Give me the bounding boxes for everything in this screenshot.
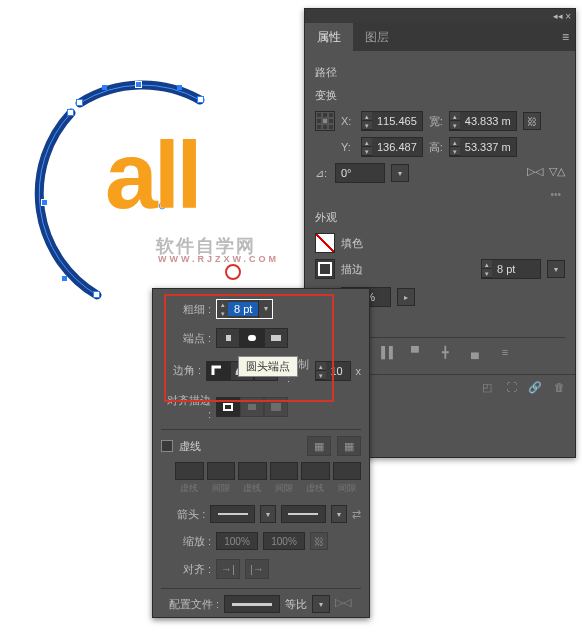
anchor-point[interactable]	[76, 99, 83, 106]
link-wh-icon[interactable]: ⛓	[523, 112, 541, 130]
w-label: 宽:	[429, 114, 443, 129]
weight-label: 粗细 :	[161, 302, 211, 317]
anchor-point[interactable]	[93, 291, 100, 298]
tab-properties[interactable]: 属性	[305, 23, 353, 52]
arrow-scale-start[interactable]: 100%	[216, 532, 258, 550]
svg-rect-4	[248, 404, 256, 410]
stroke-label: 描边	[341, 262, 363, 277]
stroke-weight-input[interactable]: ▴▾8 pt	[481, 259, 541, 279]
panel-close-icon[interactable]: ×	[565, 11, 571, 22]
anchor-point[interactable]	[67, 109, 74, 116]
arrow-end-select[interactable]	[281, 505, 326, 523]
anchor-point[interactable]	[135, 81, 142, 88]
profile-dd[interactable]: ▾	[312, 595, 330, 613]
watermark-url: WWW.RJZXW.COM	[158, 254, 279, 264]
tooltip: 圆头端点	[238, 356, 298, 377]
stroke-weight-dropdown[interactable]: ▾	[547, 260, 565, 278]
w-input[interactable]: ▴▾43.833 m	[449, 111, 517, 131]
dash-hdr: 虚线	[175, 482, 204, 495]
svg-rect-1	[248, 335, 256, 341]
link-icon[interactable]: 🔗	[527, 381, 543, 397]
dash-input-2[interactable]	[238, 462, 267, 480]
dashed-label: 虚线	[179, 439, 201, 454]
dash-hdr: 间隙	[333, 482, 362, 495]
align-bottom-icon[interactable]: ▄	[465, 344, 485, 360]
cap-round-button[interactable]	[240, 328, 264, 348]
align-right-icon[interactable]: ▐▐	[375, 344, 395, 360]
corner-icon[interactable]: ◰	[479, 381, 495, 397]
h-input[interactable]: ▴▾53.337 m	[449, 137, 517, 157]
scale-label: 缩放 :	[161, 534, 211, 549]
rotate-label: ⊿:	[315, 167, 329, 180]
rotate-dropdown[interactable]: ▾	[391, 164, 409, 182]
direction-point[interactable]	[177, 85, 182, 90]
anchor-point[interactable]	[41, 199, 48, 206]
direction-point[interactable]	[102, 85, 107, 90]
rotate-input[interactable]: 0°	[335, 163, 385, 183]
corner-miter-button[interactable]	[206, 361, 230, 381]
h-label: 高:	[429, 140, 443, 155]
y-input[interactable]: ▴▾136.487	[361, 137, 423, 157]
opacity-dropdown[interactable]: ▸	[397, 288, 415, 306]
arrow-scale-end[interactable]: 100%	[263, 532, 305, 550]
gap-input-1[interactable]	[207, 462, 236, 480]
trash-icon[interactable]: 🗑	[551, 381, 567, 397]
svg-rect-0	[226, 335, 231, 341]
arrow-start-dd[interactable]: ▾	[260, 505, 276, 523]
align-stroke-label: 对齐描边 :	[161, 393, 211, 420]
svg-rect-2	[271, 335, 281, 341]
gap-input-2[interactable]	[270, 462, 299, 480]
tab-layers[interactable]: 图层	[353, 23, 401, 52]
align-top-icon[interactable]: ▀	[405, 344, 425, 360]
dash-hdr: 虚线	[238, 482, 267, 495]
align-stroke-center-button[interactable]	[216, 397, 240, 417]
svg-rect-3	[224, 404, 232, 410]
swap-arrows-icon[interactable]: ⇄	[352, 508, 361, 521]
canvas-area: ⊙ all 软件自学网 WWW.RJZXW.COM	[0, 0, 300, 300]
fill-swatch[interactable]	[315, 233, 335, 253]
profile-ratio-label: 等比	[285, 597, 307, 612]
x-label: X:	[341, 115, 355, 127]
stroke-swatch[interactable]	[315, 259, 335, 279]
path-section-label: 路径	[315, 65, 565, 80]
expand-icon[interactable]: ⛶	[503, 381, 519, 397]
anchor-point[interactable]	[197, 96, 204, 103]
arrow-label: 箭头 :	[161, 507, 205, 522]
panel-collapse-icon[interactable]: ◂◂	[553, 11, 563, 21]
link-scale-icon[interactable]: ⛓	[310, 532, 328, 550]
distribute-icon[interactable]: ≡	[495, 344, 515, 360]
dash-input-1[interactable]	[175, 462, 204, 480]
align-arrow-end-button[interactable]: |→	[245, 559, 269, 579]
reference-point-grid[interactable]	[315, 111, 335, 131]
flip-v-icon[interactable]: ▽△	[549, 165, 565, 181]
svg-rect-5	[271, 403, 281, 411]
arrow-end-dd[interactable]: ▾	[331, 505, 347, 523]
weight-input[interactable]: ▴▾ 8 pt ▾	[216, 299, 273, 319]
profile-select[interactable]	[224, 595, 280, 613]
artwork-text: all	[105, 128, 199, 223]
cap-butt-button[interactable]	[216, 328, 240, 348]
gap-input-3[interactable]	[333, 462, 362, 480]
x-input[interactable]: ▴▾115.465	[361, 111, 423, 131]
dash-input-3[interactable]	[301, 462, 330, 480]
profile-flip-icon[interactable]: ▷◁	[335, 596, 351, 612]
dash-hdr: 间隙	[207, 482, 236, 495]
align-arrow-tip-button[interactable]: →|	[216, 559, 240, 579]
align-vcenter-icon[interactable]: ╋	[435, 344, 455, 360]
align-stroke-inside-button[interactable]	[240, 397, 264, 417]
panel-menu-icon[interactable]: ≡	[562, 30, 569, 44]
arrow-start-select[interactable]	[210, 505, 255, 523]
dash-align-button[interactable]: ▦	[337, 436, 361, 456]
miter-limit-input[interactable]: ▴▾10	[315, 361, 351, 381]
dash-hdr: 虚线	[301, 482, 330, 495]
more-options-icon[interactable]: •••	[315, 189, 561, 200]
profile-label: 配置文件 :	[161, 597, 219, 612]
flip-h-icon[interactable]: ▷◁	[527, 165, 543, 181]
cap-square-button[interactable]	[264, 328, 288, 348]
align-arrow-label: 对齐 :	[161, 562, 211, 577]
dash-preserve-button[interactable]: ▦	[307, 436, 331, 456]
dashed-checkbox[interactable]	[161, 440, 173, 452]
align-stroke-outside-button[interactable]	[264, 397, 288, 417]
direction-point[interactable]	[62, 276, 67, 281]
corner-label: 边角 :	[161, 363, 201, 378]
